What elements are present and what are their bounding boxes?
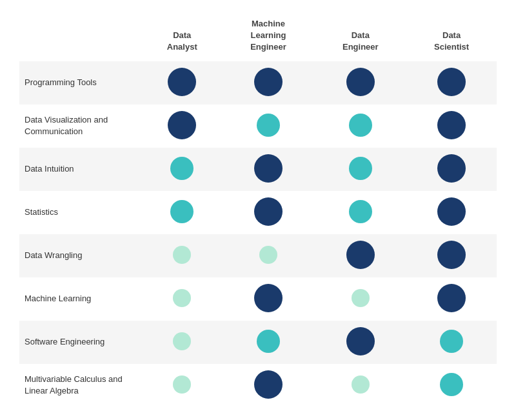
dot-row2-col3 — [349, 157, 372, 180]
col-header-data-scientist: DataScientist — [406, 13, 497, 61]
table-row: Programming Tools — [19, 61, 497, 105]
cell-row2-col2 — [223, 148, 315, 191]
cell-row5-col4 — [406, 277, 497, 321]
row-label: Data Visualization andCommunication — [19, 105, 142, 148]
cell-row5-col1 — [142, 277, 223, 321]
cell-row2-col1 — [142, 148, 223, 191]
row-label: Machine Learning — [19, 277, 142, 321]
cell-row0-col4 — [406, 61, 497, 105]
table-row: Data Intuition — [19, 148, 497, 191]
cell-row4-col1 — [142, 234, 223, 277]
chart-container: DataAnalyst MachineLearningEngineer Data… — [13, 0, 503, 420]
dot-row5-col3 — [352, 289, 370, 307]
dot-row7-col1 — [173, 375, 191, 394]
cell-row3-col3 — [314, 191, 406, 234]
dot-row0-col4 — [437, 68, 466, 96]
dot-row4-col1 — [173, 246, 191, 264]
dot-row2-col4 — [437, 154, 466, 183]
cell-row1-col3 — [314, 105, 406, 148]
dot-row7-col4 — [440, 373, 463, 396]
dot-row1-col4 — [437, 111, 466, 139]
table-row: Data Visualization andCommunication — [19, 105, 497, 148]
cell-row3-col2 — [223, 191, 315, 234]
dot-row0-col1 — [168, 68, 196, 96]
cell-row4-col3 — [314, 234, 406, 277]
dot-row7-col2 — [254, 370, 283, 399]
cell-row0-col2 — [223, 61, 315, 105]
table-row: Machine Learning — [19, 277, 497, 321]
cell-row5-col3 — [314, 277, 406, 321]
cell-row6-col1 — [142, 321, 223, 364]
importance-table: DataAnalyst MachineLearningEngineer Data… — [19, 13, 497, 407]
col-header-data-analyst: DataAnalyst — [142, 13, 223, 61]
cell-row6-col3 — [314, 321, 406, 364]
row-label: Data Intuition — [19, 148, 142, 191]
cell-row7-col4 — [406, 364, 497, 407]
dot-row4-col2 — [259, 246, 277, 264]
cell-row7-col1 — [142, 364, 223, 407]
cell-row7-col3 — [314, 364, 406, 407]
cell-row1-col2 — [223, 105, 315, 148]
table-row: Multivariable Calculus andLinear Algebra — [19, 364, 497, 407]
col-header-data-engineer: DataEngineer — [314, 13, 406, 61]
cell-row4-col4 — [406, 234, 497, 277]
dot-row6-col3 — [346, 327, 375, 355]
cell-row6-col4 — [406, 321, 497, 364]
cell-row1-col4 — [406, 105, 497, 148]
dot-row0-col2 — [254, 68, 283, 96]
row-label: Multivariable Calculus andLinear Algebra — [19, 364, 142, 407]
dot-row6-col2 — [257, 330, 280, 353]
dot-row5-col1 — [173, 289, 191, 307]
dot-row5-col4 — [437, 284, 466, 312]
col-header-ml-engineer: MachineLearningEngineer — [223, 13, 315, 61]
table-row: Data Wrangling — [19, 234, 497, 277]
col-header-empty — [19, 13, 142, 61]
dot-row4-col4 — [437, 241, 466, 269]
cell-row6-col2 — [223, 321, 315, 364]
row-label: Data Wrangling — [19, 234, 142, 277]
dot-row6-col1 — [173, 332, 191, 350]
dot-row4-col3 — [346, 241, 375, 269]
dot-row7-col3 — [352, 375, 370, 394]
dot-row3-col1 — [170, 200, 194, 223]
dot-row6-col4 — [440, 330, 463, 353]
dot-row2-col2 — [254, 154, 283, 183]
cell-row3-col4 — [406, 191, 497, 234]
cell-row0-col1 — [142, 61, 223, 105]
dot-row3-col3 — [349, 200, 372, 223]
cell-row7-col2 — [223, 364, 315, 407]
cell-row2-col4 — [406, 148, 497, 191]
row-label: Statistics — [19, 191, 142, 234]
table-row: Statistics — [19, 191, 497, 234]
dot-row2-col1 — [170, 157, 194, 180]
cell-row1-col1 — [142, 105, 223, 148]
cell-row5-col2 — [223, 277, 315, 321]
dot-row1-col1 — [168, 111, 196, 139]
dot-row3-col4 — [437, 197, 466, 226]
cell-row0-col3 — [314, 61, 406, 105]
cell-row3-col1 — [142, 191, 223, 234]
table-row: Software Engineering — [19, 321, 497, 364]
dot-row0-col3 — [346, 68, 375, 96]
dot-row5-col2 — [254, 284, 283, 312]
cell-row2-col3 — [314, 148, 406, 191]
dot-row1-col2 — [257, 114, 280, 137]
row-label: Programming Tools — [19, 61, 142, 105]
dot-row1-col3 — [349, 114, 372, 137]
row-label: Software Engineering — [19, 321, 142, 364]
dot-row3-col2 — [254, 197, 283, 226]
cell-row4-col2 — [223, 234, 315, 277]
